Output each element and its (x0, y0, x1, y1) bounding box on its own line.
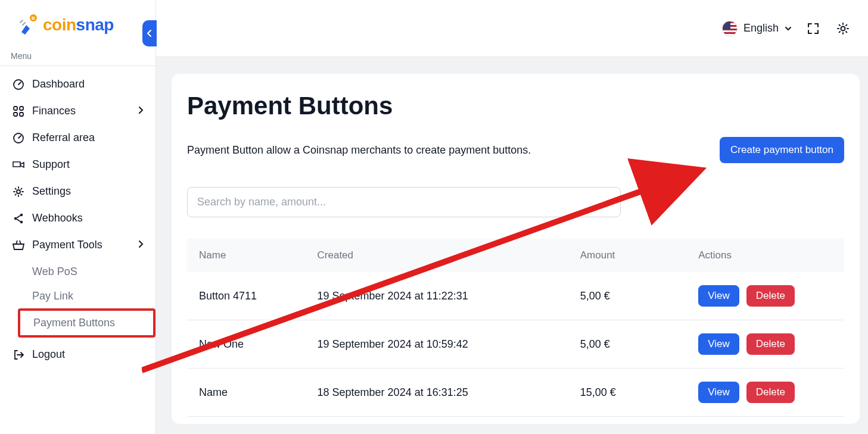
cell-created: 18 September 2024 at 16:31:25 (306, 369, 568, 417)
search-input[interactable] (187, 187, 621, 217)
view-button[interactable]: View (698, 382, 739, 403)
main-area: English Payment Buttons Payment Button a… (156, 0, 868, 434)
sidebar-item-webhooks[interactable]: Webhooks (6, 205, 150, 232)
logo-hand-icon: B (18, 14, 39, 36)
col-header-name: Name (187, 239, 306, 272)
col-header-actions: Actions (686, 239, 844, 272)
payment-buttons-card: Payment Buttons Payment Button allow a C… (172, 74, 860, 424)
gauge-icon (12, 132, 25, 144)
page-description: Payment Button allow a Coinsnap merchant… (187, 144, 531, 157)
subnav-item-payment-buttons[interactable]: Payment Buttons (18, 308, 155, 338)
create-payment-button[interactable]: Create payment button (720, 137, 844, 163)
menu-section-label: Menu (0, 48, 155, 66)
cell-amount: 15,00 € (568, 369, 687, 417)
settings-button[interactable] (835, 20, 851, 37)
svg-rect-6 (20, 113, 23, 116)
support-icon (12, 160, 25, 170)
sidebar-nav-bottom: Logout (0, 341, 155, 368)
cell-amount: 5,00 € (568, 320, 687, 369)
col-header-amount: Amount (568, 239, 687, 272)
page-title: Payment Buttons (187, 92, 844, 120)
cell-created: 19 September 2024 at 10:59:42 (306, 320, 568, 369)
table-row: Name 18 September 2024 at 16:31:25 15,00… (187, 369, 844, 417)
chevron-down-icon (785, 22, 792, 35)
expand-icon (806, 21, 820, 36)
sidebar-item-label: Logout (32, 348, 65, 361)
sidebar-item-label: Webhooks (32, 212, 83, 224)
cell-name: Button 4711 (187, 272, 306, 320)
gauge-icon (12, 79, 25, 90)
sidebar: B coinsnap Menu Dashboard Finances (0, 0, 156, 434)
subnav-item-web-pos[interactable]: Web PoS (32, 260, 155, 284)
svg-rect-4 (20, 107, 23, 110)
table-row: New One 19 September 2024 at 10:59:42 5,… (187, 320, 844, 369)
view-button[interactable]: View (698, 285, 739, 307)
svg-rect-5 (14, 113, 17, 116)
cell-name: Name (187, 369, 306, 417)
language-selector[interactable]: English (722, 21, 792, 36)
cell-created: 19 September 2024 at 11:22:31 (306, 272, 568, 320)
svg-text:B: B (32, 15, 35, 21)
brand-logo[interactable]: B coinsnap (0, 0, 155, 48)
cell-name: New One (187, 320, 306, 369)
cell-actions: View Delete (686, 369, 844, 417)
svg-point-8 (17, 190, 20, 193)
fullscreen-button[interactable] (805, 20, 822, 37)
cell-actions: View Delete (686, 320, 844, 369)
delete-button[interactable]: Delete (746, 285, 795, 307)
sidebar-item-label: Referral area (32, 132, 95, 144)
svg-rect-3 (14, 107, 17, 110)
sidebar-item-finances[interactable]: Finances (6, 98, 150, 124)
sidebar-item-settings[interactable]: Settings (6, 178, 150, 205)
sidebar-item-label: Settings (32, 185, 71, 198)
sidebar-item-label: Support (32, 158, 70, 171)
share-icon (12, 213, 25, 224)
sidebar-item-dashboard[interactable]: Dashboard (6, 71, 150, 98)
svg-point-9 (14, 217, 17, 219)
delete-button[interactable]: Delete (746, 333, 795, 355)
chevron-right-icon (138, 239, 144, 251)
flag-us-icon (722, 21, 738, 36)
table-row: Button 4711 19 September 2024 at 11:22:3… (187, 272, 844, 320)
sidebar-item-payment-tools[interactable]: Payment Tools (6, 232, 150, 258)
sidebar-nav: Dashboard Finances Referral area Support… (0, 71, 155, 258)
sidebar-item-referral[interactable]: Referral area (6, 124, 150, 151)
payment-tools-submenu: Web PoS Pay Link Payment Buttons (32, 260, 155, 338)
view-button[interactable]: View (698, 333, 739, 355)
gear-icon (12, 186, 25, 198)
col-header-created: Created (306, 239, 568, 272)
sidebar-item-label: Finances (32, 105, 76, 117)
logout-icon (12, 349, 25, 361)
sidebar-item-support[interactable]: Support (6, 151, 150, 178)
sidebar-collapse-button[interactable] (142, 20, 157, 46)
payment-buttons-table: Name Created Amount Actions Button 4711 … (187, 239, 844, 417)
svg-point-10 (20, 213, 23, 216)
chevron-right-icon (138, 105, 144, 117)
basket-icon (12, 239, 25, 251)
language-label: English (743, 22, 779, 35)
gear-icon (836, 21, 850, 36)
sidebar-item-label: Payment Tools (32, 239, 102, 251)
sidebar-item-logout[interactable]: Logout (6, 341, 150, 368)
svg-point-11 (20, 220, 23, 223)
topbar: English (156, 0, 868, 57)
sidebar-item-label: Dashboard (32, 78, 85, 90)
subnav-item-pay-link[interactable]: Pay Link (32, 284, 155, 308)
cell-actions: View Delete (686, 272, 844, 320)
svg-point-12 (841, 26, 845, 30)
grid-icon (12, 105, 25, 117)
content-area: Payment Buttons Payment Button allow a C… (156, 57, 868, 434)
logo-text: coinsnap (43, 15, 114, 35)
delete-button[interactable]: Delete (746, 382, 795, 403)
cell-amount: 5,00 € (568, 272, 687, 320)
